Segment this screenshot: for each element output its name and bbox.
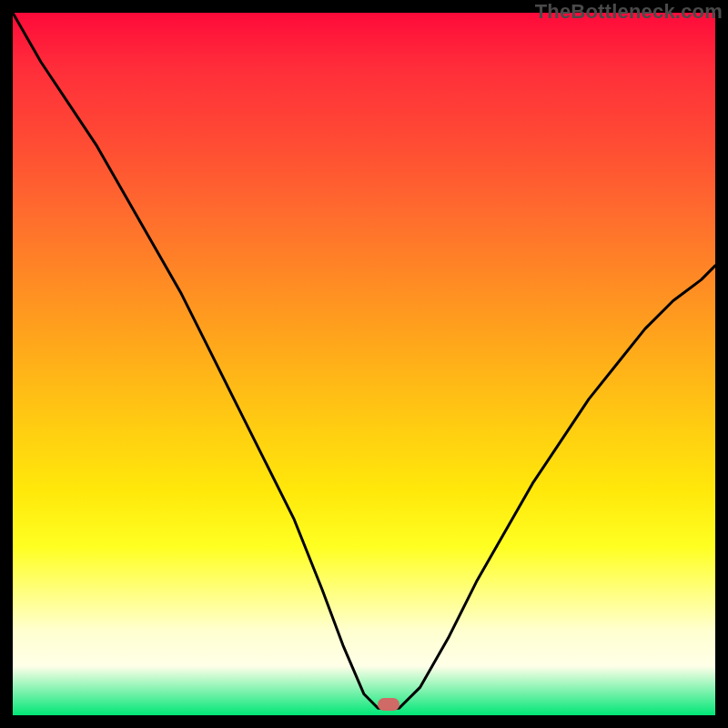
optimal-marker: [378, 698, 399, 711]
gradient-background: [13, 13, 715, 715]
watermark-text: TheBottleneck.com: [535, 0, 723, 24]
chart-root: TheBottleneck.com: [0, 0, 728, 728]
